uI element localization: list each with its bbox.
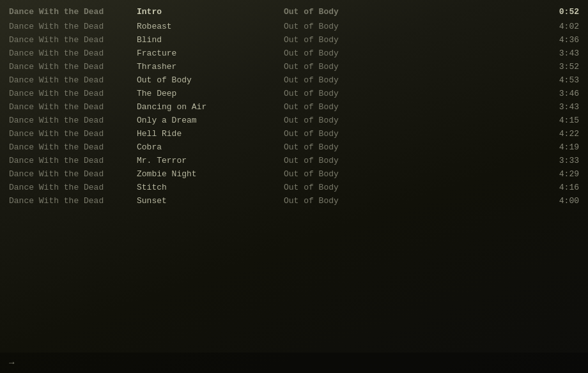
table-row[interactable]: Dance With the DeadThrasherOut of Body3:…	[0, 60, 588, 73]
track-album: Out of Body	[284, 22, 412, 31]
track-album: Out of Body	[284, 129, 412, 139]
track-album: Out of Body	[284, 102, 412, 112]
track-artist: Dance With the Dead	[9, 89, 137, 98]
track-artist: Dance With the Dead	[9, 169, 137, 179]
table-row[interactable]: Dance With the DeadDancing on AirOut of …	[0, 100, 588, 114]
track-duration: 3:52	[412, 62, 579, 72]
track-album: Out of Body	[284, 116, 412, 125]
table-row[interactable]: Dance With the DeadOnly a DreamOut of Bo…	[0, 114, 588, 127]
track-duration: 4:19	[412, 142, 579, 152]
track-duration: 4:15	[412, 116, 579, 125]
track-duration: 4:36	[412, 35, 579, 45]
track-album: Out of Body	[284, 169, 412, 179]
track-duration: 3:46	[412, 89, 579, 98]
track-duration: 4:16	[412, 183, 579, 192]
header-title: Intro	[137, 7, 284, 17]
track-artist: Dance With the Dead	[9, 196, 137, 206]
track-title: Robeast	[137, 22, 284, 31]
table-row[interactable]: Dance With the DeadStitchOut of Body4:16	[0, 181, 588, 194]
track-title: Out of Body	[137, 75, 284, 85]
track-artist: Dance With the Dead	[9, 102, 137, 112]
track-artist: Dance With the Dead	[9, 183, 137, 192]
header-artist: Dance With the Dead	[9, 7, 137, 17]
table-row[interactable]: Dance With the DeadRobeastOut of Body4:0…	[0, 20, 588, 33]
track-title: The Deep	[137, 89, 284, 98]
track-title: Blind	[137, 35, 284, 45]
bottom-bar: →	[0, 353, 588, 373]
track-duration: 3:33	[412, 156, 579, 165]
track-album: Out of Body	[284, 196, 412, 206]
table-row[interactable]: Dance With the DeadSunsetOut of Body4:00	[0, 194, 588, 208]
table-row[interactable]: Dance With the DeadThe DeepOut of Body3:…	[0, 87, 588, 100]
track-artist: Dance With the Dead	[9, 75, 137, 85]
track-artist: Dance With the Dead	[9, 62, 137, 72]
arrow-icon: →	[9, 358, 14, 368]
track-title: Zombie Night	[137, 169, 284, 179]
table-row[interactable]: Dance With the DeadOut of BodyOut of Bod…	[0, 73, 588, 87]
track-artist: Dance With the Dead	[9, 116, 137, 125]
track-album: Out of Body	[284, 156, 412, 165]
track-title: Sunset	[137, 196, 284, 206]
track-artist: Dance With the Dead	[9, 49, 137, 58]
table-row[interactable]: Dance With the DeadBlindOut of Body4:36	[0, 33, 588, 47]
header-duration: 0:52	[412, 7, 579, 17]
track-title: Thrasher	[137, 62, 284, 72]
track-artist: Dance With the Dead	[9, 129, 137, 139]
track-duration: 3:43	[412, 102, 579, 112]
track-list-header: Dance With the Dead Intro Out of Body 0:…	[0, 5, 588, 19]
track-album: Out of Body	[284, 89, 412, 98]
track-duration: 3:43	[412, 49, 579, 58]
track-title: Mr. Terror	[137, 156, 284, 165]
track-artist: Dance With the Dead	[9, 156, 137, 165]
track-duration: 4:53	[412, 75, 579, 85]
track-duration: 4:29	[412, 169, 579, 179]
table-row[interactable]: Dance With the DeadMr. TerrorOut of Body…	[0, 154, 588, 167]
track-title: Cobra	[137, 142, 284, 152]
table-row[interactable]: Dance With the DeadFractureOut of Body3:…	[0, 47, 588, 60]
track-title: Stitch	[137, 183, 284, 192]
track-duration: 4:02	[412, 22, 579, 31]
track-album: Out of Body	[284, 142, 412, 152]
track-album: Out of Body	[284, 183, 412, 192]
track-artist: Dance With the Dead	[9, 22, 137, 31]
track-duration: 4:22	[412, 129, 579, 139]
track-duration: 4:00	[412, 196, 579, 206]
track-artist: Dance With the Dead	[9, 35, 137, 45]
track-artist: Dance With the Dead	[9, 142, 137, 152]
track-album: Out of Body	[284, 49, 412, 58]
track-list: Dance With the Dead Intro Out of Body 0:…	[0, 0, 588, 213]
track-title: Fracture	[137, 49, 284, 58]
track-album: Out of Body	[284, 75, 412, 85]
track-album: Out of Body	[284, 35, 412, 45]
table-row[interactable]: Dance With the DeadZombie NightOut of Bo…	[0, 167, 588, 181]
track-title: Only a Dream	[137, 116, 284, 125]
track-title: Hell Ride	[137, 129, 284, 139]
table-row[interactable]: Dance With the DeadCobraOut of Body4:19	[0, 141, 588, 154]
track-title: Dancing on Air	[137, 102, 284, 112]
track-album: Out of Body	[284, 62, 412, 72]
table-row[interactable]: Dance With the DeadHell RideOut of Body4…	[0, 127, 588, 141]
header-album: Out of Body	[284, 7, 412, 17]
